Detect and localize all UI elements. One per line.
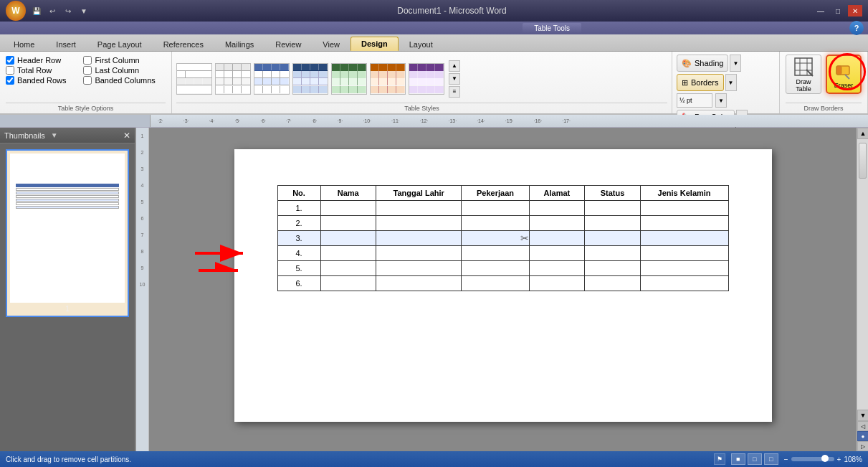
cell-1-3[interactable] bbox=[462, 201, 529, 216]
print-layout-view-button[interactable]: ■ bbox=[731, 453, 745, 465]
cell-3-0[interactable]: 3. bbox=[277, 231, 320, 246]
cell-6-6[interactable] bbox=[640, 276, 728, 291]
cell-3-6[interactable] bbox=[640, 231, 728, 246]
next-page-button[interactable]: ▷ bbox=[857, 441, 868, 451]
thumbnail-page-1[interactable]: 1 bbox=[6, 149, 129, 317]
select-object-button[interactable]: ● bbox=[857, 431, 868, 441]
cell-5-0[interactable]: 5. bbox=[277, 261, 320, 276]
banded-rows-checkbox[interactable] bbox=[6, 76, 14, 85]
cell-5-4[interactable] bbox=[529, 261, 585, 276]
cell-3-3[interactable]: ✂ bbox=[462, 231, 529, 246]
zoom-in-button[interactable]: + bbox=[837, 456, 841, 463]
cell-2-0[interactable]: 2. bbox=[277, 216, 320, 231]
cell-6-5[interactable] bbox=[585, 276, 641, 291]
tab-layout[interactable]: Layout bbox=[399, 37, 444, 51]
cell-4-6[interactable] bbox=[640, 246, 728, 261]
cell-1-0[interactable]: 1. bbox=[277, 201, 320, 216]
cell-6-2[interactable] bbox=[376, 276, 462, 291]
cell-2-6[interactable] bbox=[640, 216, 728, 231]
cell-4-0[interactable]: 4. bbox=[277, 246, 320, 261]
cell-6-4[interactable] bbox=[529, 276, 585, 291]
borders-button[interactable]: ⊞ Borders bbox=[677, 74, 724, 91]
maximize-button[interactable]: □ bbox=[831, 5, 845, 16]
cell-2-1[interactable] bbox=[320, 216, 376, 231]
table-row: 4. bbox=[277, 246, 728, 261]
styles-scroll-up[interactable]: ▲ bbox=[449, 60, 460, 72]
cell-2-5[interactable] bbox=[585, 216, 641, 231]
cell-1-2[interactable] bbox=[376, 201, 462, 216]
thumbnails-close-button[interactable]: ✕ bbox=[123, 131, 130, 141]
web-layout-view-button[interactable]: □ bbox=[764, 453, 778, 465]
full-reading-view-button[interactable]: □ bbox=[748, 453, 762, 465]
cell-4-3[interactable] bbox=[462, 246, 529, 261]
cell-3-5[interactable] bbox=[585, 231, 641, 246]
cell-6-1[interactable] bbox=[320, 276, 376, 291]
table-style-colored-bands[interactable] bbox=[331, 63, 367, 95]
cell-5-2[interactable] bbox=[376, 261, 462, 276]
cell-5-5[interactable] bbox=[585, 261, 641, 276]
eraser-button[interactable]: Eraser bbox=[826, 55, 862, 94]
cell-5-1[interactable] bbox=[320, 261, 376, 276]
cell-2-2[interactable] bbox=[376, 216, 462, 231]
borders-dropdown[interactable]: ▼ bbox=[725, 74, 737, 91]
zoom-out-button[interactable]: − bbox=[784, 456, 788, 463]
cell-5-6[interactable] bbox=[640, 261, 728, 276]
zoom-slider[interactable] bbox=[791, 457, 834, 461]
minimize-button[interactable]: — bbox=[814, 5, 828, 16]
table-style-dark[interactable] bbox=[292, 63, 328, 95]
scroll-up-button[interactable]: ▲ bbox=[857, 128, 868, 139]
dropdown-qa-button[interactable]: ▼ bbox=[77, 4, 90, 17]
table-style-orange[interactable] bbox=[370, 63, 406, 95]
tab-home[interactable]: Home bbox=[3, 37, 45, 51]
tab-pagelayout[interactable]: Page Layout bbox=[87, 37, 153, 51]
cell-4-4[interactable] bbox=[529, 246, 585, 261]
cell-4-2[interactable] bbox=[376, 246, 462, 261]
cell-1-1[interactable] bbox=[320, 201, 376, 216]
shading-dropdown[interactable]: ▼ bbox=[730, 55, 741, 72]
header-row-checkbox[interactable] bbox=[6, 56, 14, 65]
shading-button[interactable]: 🎨 Shading bbox=[677, 55, 728, 72]
scroll-down-button[interactable]: ▼ bbox=[857, 410, 868, 421]
styles-dropdown[interactable]: ≡ bbox=[449, 86, 460, 98]
thumbnails-dropdown-icon[interactable]: ▼ bbox=[51, 131, 58, 139]
table-style-purple[interactable] bbox=[409, 63, 444, 95]
tab-view[interactable]: View bbox=[312, 37, 350, 51]
tab-insert[interactable]: Insert bbox=[45, 37, 87, 51]
cell-1-5[interactable] bbox=[585, 201, 641, 216]
cell-4-5[interactable] bbox=[585, 246, 641, 261]
pen-weight-dropdown[interactable]: ▼ bbox=[715, 93, 727, 108]
scroll-thumb[interactable] bbox=[859, 143, 867, 179]
save-qa-button[interactable]: 💾 bbox=[30, 4, 43, 17]
banded-columns-checkbox[interactable] bbox=[83, 76, 92, 85]
tab-mailings[interactable]: Mailings bbox=[214, 37, 264, 51]
cell-6-3[interactable] bbox=[462, 276, 529, 291]
tab-references[interactable]: References bbox=[153, 37, 214, 51]
cell-1-6[interactable] bbox=[640, 201, 728, 216]
cell-3-1[interactable] bbox=[320, 231, 376, 246]
table-style-lines[interactable] bbox=[215, 63, 251, 95]
document-canvas[interactable]: No. Nama Tanggal Lahir Pekerjaan Alamat … bbox=[149, 128, 857, 451]
total-row-checkbox[interactable] bbox=[6, 66, 14, 75]
redo-qa-button[interactable]: ↪ bbox=[62, 4, 75, 17]
cell-3-4[interactable] bbox=[529, 231, 585, 246]
tab-review[interactable]: Review bbox=[264, 37, 312, 51]
help-button[interactable]: ? bbox=[849, 21, 864, 35]
table-style-plain[interactable] bbox=[176, 63, 212, 95]
cell-2-3[interactable] bbox=[462, 216, 529, 231]
cell-4-1[interactable] bbox=[320, 246, 376, 261]
cell-2-4[interactable] bbox=[529, 216, 585, 231]
last-column-checkbox[interactable] bbox=[83, 66, 92, 75]
draw-table-button[interactable]: DrawTable bbox=[786, 55, 821, 94]
close-button[interactable]: ✕ bbox=[848, 5, 862, 16]
prev-page-button[interactable]: ◁ bbox=[857, 421, 868, 431]
table-tools-banner: Table Tools ? bbox=[0, 22, 868, 34]
tab-design[interactable]: Design bbox=[350, 37, 399, 51]
table-style-blue-header[interactable] bbox=[254, 63, 290, 95]
cell-6-0[interactable]: 6. bbox=[277, 276, 320, 291]
cell-5-3[interactable] bbox=[462, 261, 529, 276]
cell-1-4[interactable] bbox=[529, 201, 585, 216]
undo-qa-button[interactable]: ↩ bbox=[46, 4, 59, 17]
cell-3-2[interactable] bbox=[376, 231, 462, 246]
first-column-checkbox[interactable] bbox=[83, 56, 92, 65]
styles-scroll-down[interactable]: ▼ bbox=[449, 73, 460, 85]
